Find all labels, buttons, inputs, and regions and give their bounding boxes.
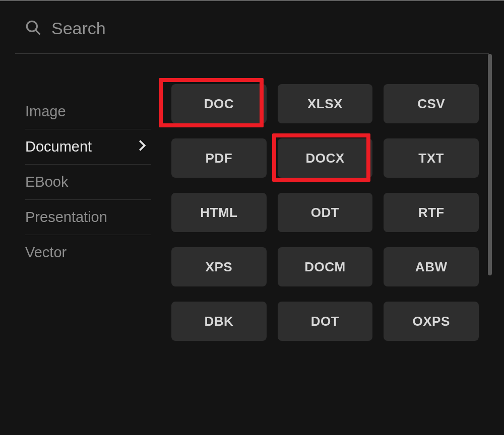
format-html[interactable]: HTML [171,193,267,232]
format-docx[interactable]: DOCX [278,138,373,178]
format-rtf[interactable]: RTF [384,193,479,232]
format-oxps[interactable]: OXPS [384,302,479,341]
sidebar-item-label: Document [25,138,92,155]
sidebar-item-label: Presentation [25,209,107,226]
format-doc[interactable]: DOC [171,84,267,123]
sidebar-item-label: Vector [25,244,67,261]
format-abw[interactable]: ABW [384,247,479,286]
format-grid: DOC XLSX CSV PDF DOCX TXT HTML ODT RTF X… [171,84,489,435]
search-row [15,1,489,54]
format-dot[interactable]: DOT [278,302,373,341]
format-docm[interactable]: DOCM [278,247,373,286]
sidebar-item-image[interactable]: Image [25,94,151,129]
format-xps[interactable]: XPS [171,247,267,286]
sidebar-item-ebook[interactable]: EBook [25,165,151,200]
category-sidebar: Image Document EBook Presentation Vector [15,84,151,435]
svg-point-0 [27,21,37,31]
sidebar-item-document[interactable]: Document [25,129,151,165]
sidebar-item-vector[interactable]: Vector [25,235,151,270]
format-csv[interactable]: CSV [384,84,479,123]
format-odt[interactable]: ODT [278,193,373,232]
chevron-right-icon [138,138,146,155]
format-dbk[interactable]: DBK [171,302,267,341]
search-icon [25,20,41,38]
sidebar-item-presentation[interactable]: Presentation [25,200,151,235]
sidebar-item-label: EBook [25,174,68,190]
sidebar-item-label: Image [25,103,66,120]
format-txt[interactable]: TXT [384,138,479,178]
format-xlsx[interactable]: XLSX [278,84,373,123]
search-input[interactable] [51,19,479,38]
format-pdf[interactable]: PDF [171,138,267,178]
scrollbar[interactable] [488,54,492,275]
svg-line-1 [36,30,40,34]
